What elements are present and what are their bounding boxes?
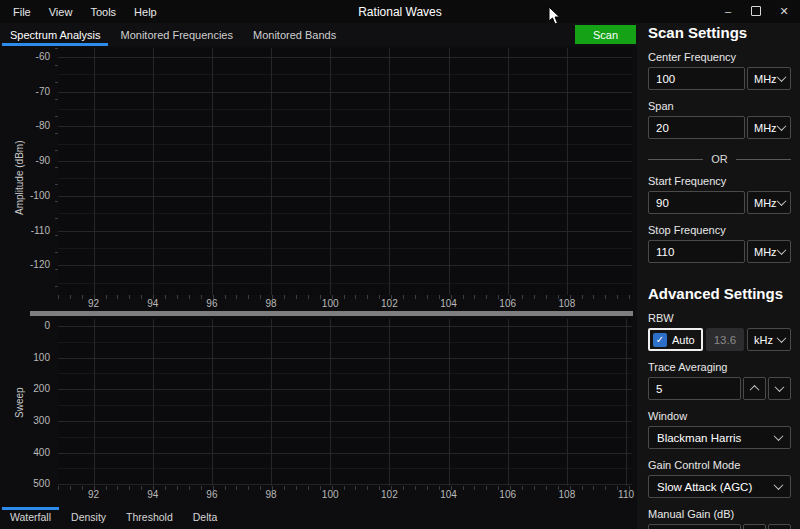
menu-bar: File View Tools Help <box>4 0 166 23</box>
rbw-unit-select[interactable]: kHz <box>747 328 791 351</box>
major-gridline <box>58 196 632 197</box>
menu-view[interactable]: View <box>40 6 82 18</box>
x-tick-label: 94 <box>139 489 167 501</box>
stop-frequency-unit-select[interactable]: MHz <box>747 240 791 263</box>
chevron-down-icon <box>777 245 787 255</box>
y-tick-label: -110 <box>31 225 50 237</box>
gain-control-mode-label: Gain Control Mode <box>648 459 791 471</box>
sweep-axis-title: Sweep <box>14 387 25 418</box>
major-gridline <box>449 319 450 486</box>
scan-button[interactable]: Scan <box>575 25 636 44</box>
y-tick-label: -70 <box>36 86 50 98</box>
spectrum-y-minor-ticks <box>55 48 58 295</box>
main-tab-bar: Spectrum Analysis Monitored Frequencies … <box>0 23 637 46</box>
tab-waterfall[interactable]: Waterfall <box>0 505 61 529</box>
major-gridline <box>58 265 632 266</box>
minimize-button[interactable]: – <box>714 0 742 22</box>
spectrum-plot-area[interactable] <box>58 48 632 295</box>
center-frequency-unit-select[interactable]: MHz <box>747 67 791 90</box>
y-tick-label: 0 <box>44 320 50 332</box>
span-unit-select[interactable]: MHz <box>747 116 791 139</box>
x-tick-label: 96 <box>198 489 226 501</box>
chart-splitter-handle[interactable] <box>30 311 633 316</box>
major-gridline <box>94 48 95 295</box>
center-frequency-input[interactable] <box>648 67 745 90</box>
minor-gridline <box>58 248 632 249</box>
start-frequency-unit-select[interactable]: MHz <box>747 191 791 214</box>
stop-frequency-unit-value: MHz <box>754 246 777 258</box>
major-gridline <box>567 319 568 486</box>
tab-monitored-frequencies[interactable]: Monitored Frequencies <box>110 23 243 46</box>
x-tick-label: 96 <box>198 298 226 310</box>
major-gridline <box>389 48 390 295</box>
span-label: Span <box>648 100 791 112</box>
y-tick-label: 500 <box>33 478 50 490</box>
span-unit-value: MHz <box>754 122 777 134</box>
trace-averaging-decrement-button[interactable] <box>768 377 791 400</box>
stop-frequency-input[interactable] <box>648 240 745 263</box>
x-tick-label: 108 <box>553 298 581 310</box>
rbw-label: RBW <box>648 312 791 324</box>
minor-gridline <box>58 342 632 343</box>
waterfall-view-tab-bar: Waterfall Density Threshold Delta <box>0 505 637 529</box>
minor-gridline <box>58 373 632 374</box>
menu-help[interactable]: Help <box>125 6 166 18</box>
rbw-auto-checkbox-group[interactable]: ✓ Auto <box>648 328 703 351</box>
maximize-button[interactable] <box>742 0 770 22</box>
x-tick-label: 94 <box>139 298 167 310</box>
rbw-auto-checkbox[interactable]: ✓ <box>653 333 667 347</box>
x-tick-label: 98 <box>257 298 285 310</box>
window-select[interactable]: Blackman Harris <box>648 426 791 449</box>
spectrum-chart: -60-70-80-90-100-110-120 929496981001021… <box>0 46 637 310</box>
y-tick-label: -80 <box>36 120 50 132</box>
chevron-up-icon <box>750 385 760 395</box>
minor-gridline <box>58 468 632 469</box>
x-tick-label: 98 <box>257 489 285 501</box>
waterfall-plot-area[interactable] <box>58 319 632 486</box>
tab-threshold[interactable]: Threshold <box>116 505 183 529</box>
chevron-down-icon <box>777 196 787 206</box>
maximize-icon <box>751 6 761 16</box>
menu-file[interactable]: File <box>4 6 40 18</box>
gain-control-mode-selected-value: Slow Attack (AGC) <box>657 481 752 493</box>
major-gridline <box>153 319 154 486</box>
chevron-down-icon <box>777 121 787 131</box>
menu-tools[interactable]: Tools <box>81 6 125 18</box>
y-tick-label: -100 <box>30 190 50 202</box>
x-tick-label: 106 <box>494 298 522 310</box>
trace-averaging-input[interactable] <box>648 377 741 400</box>
stop-frequency-label: Stop Frequency <box>648 224 791 236</box>
tab-monitored-bands[interactable]: Monitored Bands <box>243 23 346 46</box>
rational-waves-window: File View Tools Help Rational Waves – ✕ … <box>0 0 800 529</box>
tab-delta[interactable]: Delta <box>183 505 228 529</box>
major-gridline <box>94 319 95 486</box>
start-frequency-input[interactable] <box>648 191 745 214</box>
start-frequency-unit-value: MHz <box>754 197 777 209</box>
window-label: Window <box>648 410 791 422</box>
close-button[interactable]: ✕ <box>770 0 798 22</box>
major-gridline <box>508 48 509 295</box>
major-gridline <box>330 48 331 295</box>
x-tick-label: 106 <box>494 489 522 501</box>
window-controls: – ✕ <box>714 0 798 22</box>
waterfall-y-axis-labels: 0100200300400500 <box>0 319 54 486</box>
major-gridline <box>212 48 213 295</box>
y-tick-label: 100 <box>33 352 50 364</box>
gain-control-mode-select[interactable]: Slow Attack (AGC) <box>648 475 791 498</box>
x-tick-label: 100 <box>316 489 344 501</box>
manual-gain-decrement-button[interactable] <box>768 524 791 529</box>
chevron-down-icon <box>777 333 787 343</box>
tab-density[interactable]: Density <box>61 505 116 529</box>
x-tick-label: 102 <box>375 489 403 501</box>
minor-gridline <box>58 74 632 75</box>
chevron-down-icon <box>775 382 785 392</box>
major-gridline <box>212 319 213 486</box>
major-gridline <box>58 57 632 58</box>
center-frequency-unit-value: MHz <box>754 73 777 85</box>
minor-gridline <box>58 144 632 145</box>
span-input[interactable] <box>648 116 745 139</box>
tab-spectrum-analysis[interactable]: Spectrum Analysis <box>0 23 110 46</box>
manual-gain-increment-button <box>743 524 766 529</box>
trace-averaging-increment-button[interactable] <box>743 377 766 400</box>
manual-gain-input[interactable] <box>648 524 741 529</box>
